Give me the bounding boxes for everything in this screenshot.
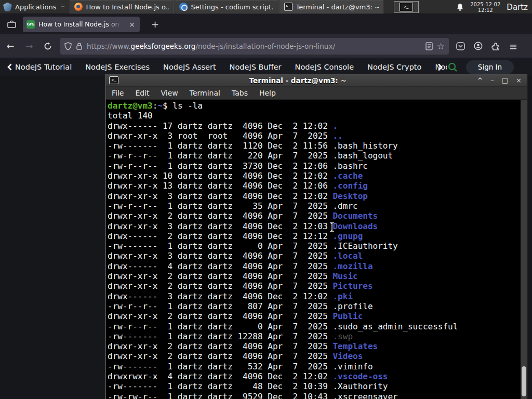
prompt-command: ls -la <box>172 101 203 111</box>
gfg-nav-link[interactable]: NodeJS Crypto <box>367 63 421 71</box>
file-name: .profile <box>332 301 373 311</box>
clock[interactable]: 2025-12-02 12:12 <box>470 2 500 13</box>
mouse-cursor-ibeam <box>329 222 335 232</box>
file-name: .Xauthority <box>332 381 388 391</box>
file-name: Music <box>332 271 357 281</box>
taskbar-button-firefox[interactable]: How to Install Node.js o... <box>70 0 174 14</box>
file-name: .local <box>332 251 363 261</box>
toolbar-right-icons: ≡ <box>456 41 517 52</box>
terminal-listing-row: drwxr-xr-x 2 dartz dartz 4096 Apr 7 2025… <box>108 281 520 291</box>
terminal-menu-terminal[interactable]: Terminal <box>184 89 226 97</box>
gfg-nav-link[interactable]: NodeJS Console <box>295 63 354 71</box>
new-tab-button[interactable]: + <box>147 18 163 31</box>
terminal-listing-row: -rw-rw-r-- 1 dartz dartz 9529 Dec 2 10:4… <box>108 392 520 399</box>
taskbar-label: How to Install Node.js o... <box>86 3 169 11</box>
file-meta: -rw-r--r-- 1 dartz dartz 807 Apr 7 2025 <box>108 301 332 311</box>
app-menu-hamburger-icon[interactable]: ≡ <box>509 41 517 52</box>
terminal-minimize-button[interactable]: – <box>490 76 494 84</box>
firefox-icon <box>74 3 83 11</box>
pocket-icon[interactable] <box>456 42 465 50</box>
terminal-menu-help[interactable]: Help <box>254 89 282 97</box>
file-meta: -rw------- 1 dartz dartz 48 Dec 2 10:39 <box>108 381 332 391</box>
file-meta: drwx------ 4 dartz dartz 4096 Apr 7 2025 <box>108 261 332 271</box>
terminal-listing-row: drwx------ 4 dartz dartz 4096 Apr 7 2025… <box>108 261 520 271</box>
file-meta: drwxr-xr-x 2 dartz dartz 4096 Apr 7 2025 <box>108 271 332 281</box>
terminal-listing-row: drwx------ 17 dartz dartz 4096 Dec 2 12:… <box>108 121 520 131</box>
gfg-link-label: NodeJS Assert <box>163 63 216 71</box>
taskbar-label: Settings - codium script... <box>191 3 274 11</box>
bookmark-star-icon[interactable]: ☆ <box>437 41 445 51</box>
file-meta: drwx------ 17 dartz dartz 4096 Dec 2 12:… <box>108 121 332 131</box>
taskbar-button-settings[interactable]: Settings - codium script... <box>175 0 278 14</box>
prompt-dollar: $ <box>163 101 172 111</box>
search-icon <box>448 62 458 72</box>
terminal-icon: >_ <box>109 76 118 84</box>
file-name: Templates <box>332 341 378 351</box>
terminal-listing-row: drwxr-xr-x 3 root root 4096 Apr 7 2025 .… <box>108 131 520 141</box>
bell-icon[interactable] <box>456 3 464 11</box>
xfce-logo-icon <box>3 3 12 11</box>
file-meta: -rw------- 1 dartz dartz 12288 Apr 7 202… <box>108 331 332 341</box>
terminal-output[interactable]: dartz@vm3:~$ ls -la total 140 drwx------… <box>106 100 527 399</box>
terminal-listing-row: drwxr-xr-x 10 dartz dartz 4096 Dec 2 12:… <box>108 171 520 181</box>
file-meta: -rw-r--r-- 1 dartz dartz 3730 Dec 2 12:0… <box>108 161 332 171</box>
taskbar-label: Terminal - dartz@vm3: ~ <box>296 3 379 11</box>
firefox-view-button[interactable] <box>4 18 19 31</box>
gfg-nav-link[interactable]: NodeJS Buffer <box>230 63 282 71</box>
url-domain: geeksforgeeks.org <box>131 42 196 50</box>
gfg-link-label: NodeJS Buffer <box>230 63 282 71</box>
terminal-menu-tabs[interactable]: Tabs <box>226 89 254 97</box>
file-name: Videos <box>332 351 363 361</box>
terminal-scrollbar-thumb[interactable] <box>522 366 526 396</box>
applications-menu[interactable]: Applications ☰ <box>0 0 70 14</box>
url-path: /node-js/installation-of-node-js-on-linu… <box>195 42 335 50</box>
panel-status-area: 2025-12-02 12:12 Dartz <box>456 0 532 14</box>
terminal-window: >_ Terminal - dartz@vm3: ~ ^ – □ × FileE… <box>105 74 527 399</box>
terminal-listing-row: drwxr-xr-x 2 dartz dartz 4096 Apr 7 2025… <box>108 271 520 281</box>
browser-tab[interactable]: GfG How to Install Node.js on × <box>23 17 140 32</box>
terminal-scrollbar[interactable] <box>521 100 527 399</box>
file-meta: drwxrwxr-x 4 dartz dartz 4096 Dec 2 12:0… <box>108 371 332 381</box>
file-meta: drwxr-xr-x 3 root root 4096 Apr 7 2025 <box>108 131 332 141</box>
sign-in-button[interactable]: Sign In <box>466 60 514 74</box>
workspace-pager[interactable]: >_ <box>394 1 419 13</box>
reload-button[interactable] <box>39 38 56 55</box>
gfg-nav-link[interactable]: NodeJS Assert <box>163 63 216 71</box>
gfg-nav-link[interactable]: NodeJS Tutorial <box>7 63 72 71</box>
terminal-close-button[interactable]: × <box>516 76 522 84</box>
terminal-titlebar[interactable]: >_ Terminal - dartz@vm3: ~ ^ – □ × <box>106 74 527 87</box>
account-icon[interactable] <box>474 42 483 50</box>
terminal-menu-edit[interactable]: Edit <box>129 89 155 97</box>
nav-scroll-right-button[interactable] <box>437 63 443 71</box>
terminal-menu-view[interactable]: View <box>155 89 184 97</box>
url-bar[interactable]: https://www.geeksforgeeks.org/node-js/in… <box>60 38 449 55</box>
terminal-menubar: FileEditViewTerminalTabsHelp <box>106 87 527 100</box>
search-button[interactable] <box>448 62 458 72</box>
terminal-shade-button[interactable]: ^ <box>477 76 483 84</box>
chevron-left-icon <box>7 63 12 71</box>
gfg-nav-link[interactable]: NodeJS Exercises <box>85 63 150 71</box>
user-menu[interactable]: Dartz <box>507 3 528 12</box>
terminal-listing-row: drwxr-xr-x 3 dartz dartz 4096 Dec 2 12:0… <box>108 221 520 231</box>
reader-view-icon[interactable] <box>425 42 433 50</box>
shield-icon[interactable] <box>64 42 72 50</box>
taskbar-button-terminal[interactable]: >_Terminal - dartz@vm3: ~ <box>280 0 383 14</box>
file-name: Pictures <box>332 281 373 291</box>
file-meta: drwxr-xr-x 3 dartz dartz 4096 Dec 2 12:0… <box>108 191 332 201</box>
file-name: .sudo_as_admin_successful <box>332 322 458 331</box>
file-meta: -rw------- 1 dartz dartz 532 Apr 7 2025 <box>108 362 332 371</box>
terminal-listing-row: -rw------- 1 dartz dartz 48 Dec 2 10:39 … <box>108 381 520 391</box>
tab-bar: GfG How to Install Node.js on × + – □ × <box>0 14 532 34</box>
lock-icon[interactable] <box>76 42 83 50</box>
file-meta: drwxr-xr-x 2 dartz dartz 4096 Apr 7 2025 <box>108 341 332 351</box>
terminal-menu-file[interactable]: File <box>106 89 129 97</box>
gfg-link-label: NodeJS Console <box>295 63 354 71</box>
tab-close-button[interactable]: × <box>128 20 136 29</box>
back-button[interactable]: ← <box>2 38 19 55</box>
terminal-listing-row: drwxr-xr-x 2 dartz dartz 4096 Apr 7 2025… <box>108 341 520 351</box>
extensions-puzzle-icon[interactable] <box>491 42 500 50</box>
panel-grip: ☰ <box>60 5 64 9</box>
applications-label: Applications <box>15 3 56 11</box>
terminal-listing-row: -rw-r--r-- 1 dartz dartz 35 Apr 7 2025 .… <box>108 201 520 211</box>
terminal-maximize-button[interactable]: □ <box>502 76 508 84</box>
